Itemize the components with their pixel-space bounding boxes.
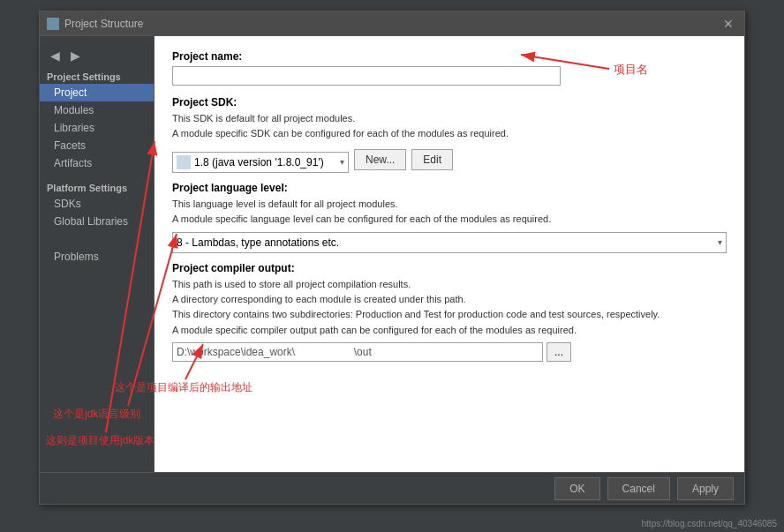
sdk-edit-button[interactable]: Edit <box>411 149 453 170</box>
project-settings-label: Project Settings <box>40 68 154 84</box>
compiler-desc4: A module specific compiler output path c… <box>172 324 727 337</box>
project-lang-desc1: This language level is default for all p… <box>172 198 727 211</box>
compiler-desc2: A directory corresponding to each module… <box>172 293 727 306</box>
bottom-bar: OK Cancel Apply <box>40 472 744 504</box>
sidebar-item-libraries[interactable]: Libraries <box>40 119 154 137</box>
sidebar: ◀ ▶ Project Settings Project Modules Lib… <box>40 36 155 472</box>
app-icon <box>47 18 59 30</box>
sidebar-item-modules[interactable]: Modules <box>40 101 154 119</box>
sdk-value: 1.8 (java version '1.8.0_91') <box>194 156 324 169</box>
project-name-input[interactable] <box>172 66 561 86</box>
project-name-label: Project name: <box>172 50 727 63</box>
sidebar-item-global-libraries[interactable]: Global Libraries <box>40 213 154 230</box>
sdk-row: 1.8 (java version '1.8.0_91') ▾ New... E… <box>172 146 727 173</box>
sdk-new-button[interactable]: New... <box>354 149 406 170</box>
ok-button[interactable]: OK <box>554 477 599 500</box>
project-lang-section: Project language level: This language le… <box>172 182 727 253</box>
project-sdk-desc2: A module specific SDK can be configured … <box>172 127 727 140</box>
nav-buttons: ◀ ▶ <box>40 43 154 68</box>
chevron-down-icon: ▾ <box>718 237 722 247</box>
sidebar-item-project[interactable]: Project <box>40 84 154 101</box>
compiler-desc3: This directory contains two subdirectori… <box>172 308 727 321</box>
sidebar-item-artifacts[interactable]: Artifacts <box>40 154 154 172</box>
sdk-select[interactable]: 1.8 (java version '1.8.0_91') ▾ <box>172 152 349 173</box>
dialog-title: Project Structure <box>64 18 143 30</box>
browse-button[interactable]: ... <box>547 342 571 362</box>
project-sdk-desc1: This SDK is default for all project modu… <box>172 112 727 125</box>
apply-button[interactable]: Apply <box>677 477 734 500</box>
lang-value: 8 - Lambdas, type annotations etc. <box>177 236 339 249</box>
project-lang-desc2: A module specific language level can be … <box>172 213 727 226</box>
title-bar: Project Structure ✕ <box>40 11 744 36</box>
project-name-section: Project name: <box>172 50 727 86</box>
project-sdk-label: Project SDK: <box>172 96 727 109</box>
forward-button[interactable]: ▶ <box>67 47 84 64</box>
sidebar-item-sdks[interactable]: SDKs <box>40 195 154 213</box>
compiler-output-input[interactable] <box>172 342 543 362</box>
main-content: ◀ ▶ Project Settings Project Modules Lib… <box>40 36 744 472</box>
watermark: https://blog.csdn.net/qq_40346085 <box>642 519 777 528</box>
compiler-output-section: Project compiler output: This path is us… <box>172 262 727 363</box>
project-lang-label: Project language level: <box>172 182 727 194</box>
sdk-icon <box>177 155 191 169</box>
sidebar-item-problems[interactable]: Problems <box>40 248 154 266</box>
content-area: Project name: Project SDK: This SDK is d… <box>155 36 744 472</box>
project-sdk-section: Project SDK: This SDK is default for all… <box>172 96 727 173</box>
compiler-output-row: ... <box>172 342 727 362</box>
back-button[interactable]: ◀ <box>47 47 64 64</box>
sidebar-item-facets[interactable]: Facets <box>40 137 154 154</box>
close-button[interactable]: ✕ <box>720 17 737 31</box>
platform-settings-label: Platform Settings <box>40 179 154 195</box>
language-level-select[interactable]: 8 - Lambdas, type annotations etc. ▾ <box>172 232 727 253</box>
compiler-output-label: Project compiler output: <box>172 262 727 274</box>
compiler-desc1: This path is used to store all project c… <box>172 278 727 291</box>
cancel-button[interactable]: Cancel <box>607 477 670 500</box>
chevron-down-icon: ▾ <box>340 157 344 167</box>
